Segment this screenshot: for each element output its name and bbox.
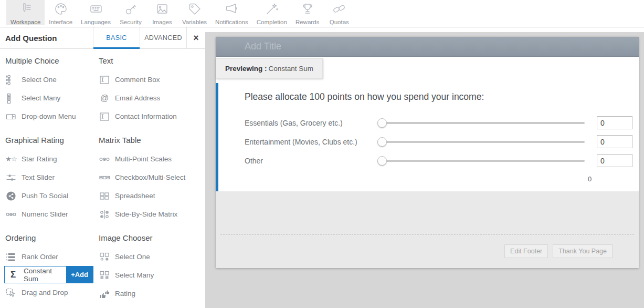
question-type-image-select-many[interactable]: Select Many xyxy=(98,266,205,284)
toolbar-item-workspace[interactable]: Workspace xyxy=(6,0,45,25)
section-graphical-rating: Graphical Rating ★☆ Star Rating Text Sli… xyxy=(4,136,97,223)
toolbar-item-quotas[interactable]: Quotas xyxy=(323,0,355,25)
row-label: Entertainment (Movies, Clubs etc.) xyxy=(245,138,377,146)
question-type-contact-information[interactable]: Contact Information xyxy=(98,107,205,126)
question-type-side-by-side-matrix[interactable]: Side-By-Side Matrix xyxy=(98,205,205,223)
toolbar-item-label: Images xyxy=(152,19,172,25)
tab-advanced[interactable]: ADVANCED xyxy=(140,27,186,48)
add-question-button[interactable]: +Add xyxy=(66,266,93,283)
points-input[interactable] xyxy=(597,135,632,148)
slider-track[interactable] xyxy=(377,118,585,128)
question-type-label: Numeric Slider xyxy=(22,210,68,218)
question-type-email-address[interactable]: @ Email Address xyxy=(98,89,205,107)
footer-buttons: Edit Footer Thank You Page xyxy=(504,244,613,258)
survey-card: Add Title Previewing :Constant Sum Pleas… xyxy=(216,37,639,268)
toolbar-item-notifications[interactable]: Notifications xyxy=(211,0,252,25)
toolbar-item-label: Notifications xyxy=(215,19,248,25)
points-input[interactable] xyxy=(597,154,632,167)
question-type-list: Multiple Choice Select One Select Many D… xyxy=(0,49,205,308)
top-toolbar: Workspace Interface Languages Security I… xyxy=(0,0,644,27)
question-type-spreadsheet[interactable]: Spreadsheet xyxy=(98,187,205,205)
toolbar-item-label: Completion xyxy=(257,19,287,25)
toolbar-item-label: Languages xyxy=(81,19,111,25)
slider-thumb[interactable] xyxy=(377,118,387,128)
points-input[interactable] xyxy=(597,116,632,129)
previewing-badge: Previewing :Constant Sum xyxy=(216,58,323,79)
tab-basic[interactable]: BASIC xyxy=(93,27,140,48)
question-type-multi-point-scales[interactable]: Multi-Point Scales xyxy=(98,150,205,168)
section-heading: Image Chooser xyxy=(99,233,205,242)
toolbar-item-security[interactable]: Security xyxy=(115,0,146,25)
share-icon xyxy=(5,191,17,201)
numeric-slider-icon xyxy=(5,209,17,220)
slider-thumb[interactable] xyxy=(377,156,387,166)
question-type-label: Text Slider xyxy=(22,173,55,181)
multi-point-icon xyxy=(99,154,110,165)
slider-thumb[interactable] xyxy=(377,137,387,147)
question-type-rank-order[interactable]: 123 Rank Order xyxy=(4,248,97,266)
slider-track[interactable] xyxy=(377,137,585,147)
previewing-value: Constant Sum xyxy=(269,65,314,73)
edit-footer-button[interactable]: Edit Footer xyxy=(504,244,548,258)
question-type-checkbox-multi-select[interactable]: Checkbox/Multi-Select xyxy=(98,168,205,187)
question-type-text-slider[interactable]: Text Slider xyxy=(4,168,97,187)
question-type-label: Push To Social xyxy=(22,192,68,200)
question-type-push-to-social[interactable]: Push To Social xyxy=(4,187,97,205)
toolbar-item-interface[interactable]: Interface xyxy=(45,0,77,25)
question-type-label: Drop-down Menu xyxy=(22,112,76,120)
sigma-icon: Σ xyxy=(7,270,19,280)
panel-header: Add Question BASIC ADVANCED × xyxy=(0,27,205,49)
question-type-label: Constant Sum xyxy=(24,267,66,283)
question-row: Entertainment (Movies, Clubs etc.) xyxy=(245,135,632,148)
slider-track[interactable] xyxy=(377,156,585,166)
toolbar-item-variables[interactable]: Variables xyxy=(178,0,211,25)
dropdown-menu-icon xyxy=(5,111,17,122)
question-type-drag-and-drop[interactable]: Drag and Drop xyxy=(4,283,97,302)
side-by-side-icon xyxy=(99,209,110,220)
image-select-many-icon xyxy=(99,270,110,281)
survey-card-footer: Edit Footer Thank You Page xyxy=(216,191,639,268)
question-type-image-rating[interactable]: Rating xyxy=(98,284,205,303)
select-one-icon xyxy=(5,75,17,85)
languages-icon xyxy=(89,2,103,18)
section-multiple-choice: Multiple Choice Select One Select Many D… xyxy=(4,56,97,126)
section-ordering: Ordering 123 Rank Order Σ Constant Sum +… xyxy=(4,233,97,303)
question-type-label: Spreadsheet xyxy=(115,192,155,200)
previewing-label: Previewing : xyxy=(225,65,267,73)
section-image-chooser: Image Chooser Select One Select Many Rat… xyxy=(98,233,205,303)
interface-icon xyxy=(54,2,68,18)
survey-title-bar[interactable]: Add Title xyxy=(216,37,639,57)
question-type-constant-sum-selected[interactable]: Σ Constant Sum +Add xyxy=(4,266,93,283)
thank-you-page-button[interactable]: Thank You Page xyxy=(553,244,613,258)
question-type-image-select-one[interactable]: Select One xyxy=(98,248,205,266)
add-title-placeholder: Add Title xyxy=(245,41,281,52)
toolbar-item-images[interactable]: Images xyxy=(146,0,178,25)
question-type-label: Select One xyxy=(115,253,150,261)
contact-info-icon xyxy=(99,111,110,122)
question-type-label: Side-By-Side Matrix xyxy=(115,210,177,218)
section-heading: Multiple Choice xyxy=(5,56,97,65)
survey-card-body: Previewing :Constant Sum Please allocate… xyxy=(216,57,639,191)
question-type-comment-box[interactable]: Comment Box xyxy=(98,70,205,89)
row-label: Essentials (Gas, Grocery etc.) xyxy=(245,119,377,127)
survey-builder-app: Workspace Interface Languages Security I… xyxy=(0,0,644,308)
notifications-icon xyxy=(225,2,238,18)
toolbar-item-languages[interactable]: Languages xyxy=(77,0,115,25)
section-heading: Matrix Table xyxy=(99,136,205,145)
toolbar-item-rewards[interactable]: Rewards xyxy=(291,0,323,25)
email-icon: @ xyxy=(99,93,110,104)
toolbar-item-label: Quotas xyxy=(330,19,349,25)
question-type-select-many[interactable]: Select Many xyxy=(4,89,97,107)
toolbar-item-label: Variables xyxy=(182,19,207,25)
images-icon xyxy=(155,2,169,18)
question-type-dropdown-menu[interactable]: Drop-down Menu xyxy=(4,107,97,126)
question-type-numeric-slider[interactable]: Numeric Slider xyxy=(4,205,97,223)
section-heading: Text xyxy=(99,56,205,65)
select-many-icon xyxy=(5,93,17,104)
toolbar-item-completion[interactable]: Completion xyxy=(252,0,291,25)
question-type-label: Select Many xyxy=(115,271,154,279)
question-type-star-rating[interactable]: ★☆ Star Rating xyxy=(4,150,97,168)
close-icon[interactable]: × xyxy=(186,27,205,48)
question-type-label: Rank Order xyxy=(22,253,58,261)
question-type-select-one[interactable]: Select One xyxy=(4,70,97,89)
